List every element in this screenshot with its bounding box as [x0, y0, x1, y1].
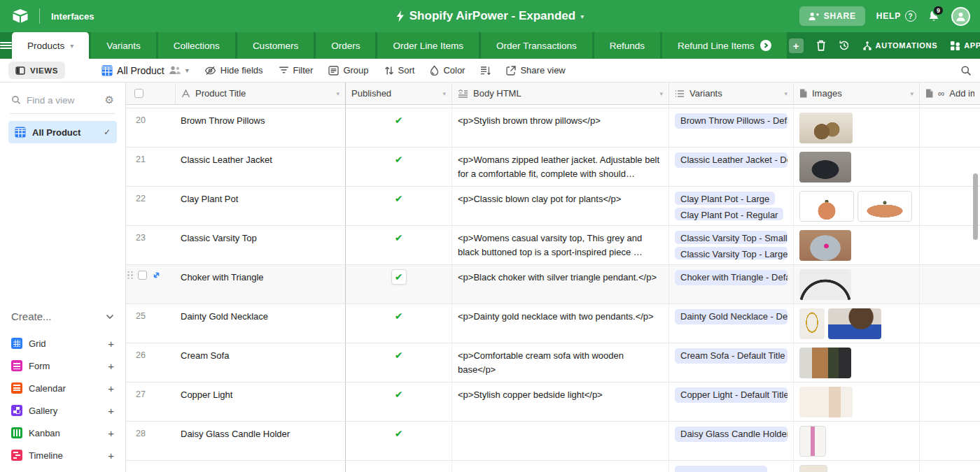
images-cell[interactable] — [793, 343, 919, 382]
linked-record-pill[interactable]: Clay Plant Pot - Large — [675, 192, 775, 205]
create-view-gallery[interactable]: Gallery+ — [8, 399, 117, 422]
tab-order-line-items[interactable]: Order Line Items — [377, 32, 479, 59]
linked-record-pill[interactable]: Dainty Gold Necklace - Defa — [675, 309, 788, 324]
filter-button[interactable]: Filter — [279, 65, 314, 76]
sort-button[interactable]: Sort — [384, 65, 415, 76]
published-cell[interactable] — [345, 461, 451, 472]
image-sliver[interactable] — [799, 465, 827, 472]
body-html-cell[interactable] — [451, 422, 668, 460]
published-cell[interactable]: ✔ — [345, 187, 451, 225]
hamburger-menu-icon[interactable] — [0, 32, 12, 59]
add-image-cell[interactable] — [919, 422, 980, 460]
clay-pot-tall-photo[interactable] — [799, 191, 854, 222]
brown-pillows-photo[interactable] — [799, 113, 853, 143]
gear-icon[interactable]: ⚙ — [105, 94, 114, 106]
tab-refunds[interactable]: Refunds — [594, 32, 660, 59]
product-title-cell[interactable] — [175, 105, 345, 108]
table-row[interactable]: 25Dainty Gold Necklace✔<p>Dainty gold ne… — [126, 304, 980, 343]
add-image-cell[interactable] — [919, 265, 980, 303]
variants-cell[interactable] — [668, 461, 793, 472]
column-header-variants[interactable]: Variants▾ — [668, 83, 793, 104]
tab-products[interactable]: Products▾ — [12, 32, 89, 59]
images-cell[interactable] — [793, 148, 919, 186]
airtable-logo-icon[interactable] — [10, 7, 31, 25]
published-cell[interactable]: ✔ — [345, 304, 451, 343]
product-title-cell[interactable]: Cream Sofa — [175, 343, 345, 382]
candle-holder-photo[interactable] — [799, 426, 826, 457]
linked-record-pill[interactable]: Classic Leather Jacket - De — [675, 152, 788, 168]
vertical-scrollbar[interactable] — [973, 173, 978, 240]
body-html-cell[interactable] — [451, 461, 668, 472]
table-row[interactable]: 26Cream Sofa✔<p>Comfortable cream sofa w… — [126, 343, 980, 382]
variants-cell[interactable]: Classic Varsity Top - SmallClassic Varsi… — [668, 226, 793, 264]
variants-cell[interactable]: Dainty Gold Necklace - Defa — [668, 304, 793, 343]
chevron-down-icon[interactable]: ▾ — [442, 90, 446, 97]
add-image-cell[interactable] — [919, 382, 980, 421]
group-button[interactable]: Group — [328, 65, 368, 76]
published-cell[interactable]: ✔ — [345, 265, 451, 303]
body-html-cell[interactable]: <p>Stylish copper bedside light</p> — [451, 382, 668, 421]
linked-record-pill[interactable]: Daisy Glass Candle Holder - — [675, 427, 788, 442]
views-toggle-button[interactable]: VIEWS — [8, 62, 65, 79]
add-table-button[interactable]: + — [789, 38, 804, 53]
tab-orders[interactable]: Orders — [316, 32, 375, 59]
product-title-cell[interactable]: Dainty Gold Necklace — [175, 304, 345, 343]
chevron-down-icon[interactable]: ▾ — [336, 90, 340, 97]
tab-variants[interactable]: Variants — [91, 32, 156, 59]
variants-cell[interactable]: Copper Light - Default Title — [668, 382, 793, 421]
linked-record-pill[interactable]: Brown Throw Pillows - Defa — [675, 113, 788, 129]
leather-jacket-photo[interactable] — [799, 152, 851, 183]
choker-photo[interactable] — [799, 269, 851, 300]
plus-icon[interactable]: + — [108, 338, 114, 350]
sidebar-view-all-product[interactable]: All Product ✓ — [8, 121, 117, 143]
variants-cell[interactable]: Choker with Triangle - Defa — [668, 265, 793, 303]
published-cell[interactable]: ✔ — [345, 422, 451, 460]
images-cell[interactable] — [793, 187, 919, 225]
linked-record-pill[interactable]: Classic Varsity Top - Small — [675, 231, 788, 244]
plus-icon[interactable]: + — [108, 427, 114, 439]
user-avatar[interactable] — [951, 7, 970, 26]
base-title-menu[interactable]: Shopify AirPower - Expanded ▾ — [396, 9, 584, 23]
published-cell[interactable]: ✔ — [345, 148, 451, 186]
published-cell[interactable]: ✔ — [345, 343, 451, 382]
add-image-cell[interactable] — [919, 105, 980, 108]
images-cell[interactable] — [793, 226, 919, 264]
apps-button[interactable]: APPS — [950, 41, 980, 51]
more-tabs-icon[interactable] — [760, 40, 771, 51]
add-image-cell[interactable] — [919, 304, 980, 343]
create-view-calendar[interactable]: Calendar+ — [8, 377, 117, 399]
search-button[interactable] — [960, 65, 972, 76]
linked-record-pill[interactable]: Copper Light - Default Title — [675, 387, 788, 403]
images-cell[interactable] — [793, 461, 919, 472]
tab-order-transactions[interactable]: Order Transactions — [481, 32, 592, 59]
product-title-cell[interactable]: Brown Throw Pillows — [175, 108, 345, 147]
variants-cell[interactable]: Classic Leather Jacket - De — [668, 148, 793, 186]
share-view-button[interactable]: Share view — [506, 65, 565, 76]
variants-cell[interactable]: Cream Sofa - Default Title — [668, 343, 793, 382]
plus-icon[interactable]: + — [108, 450, 114, 462]
images-cell[interactable] — [793, 105, 919, 108]
product-title-cell[interactable] — [175, 461, 345, 472]
help-button[interactable]: HELP ? — [876, 10, 916, 22]
create-view-form[interactable]: Form+ — [8, 355, 117, 377]
row-height-button[interactable] — [480, 66, 491, 76]
varsity-top-photo[interactable] — [799, 230, 851, 261]
find-view-input[interactable] — [27, 95, 99, 106]
tab-customers[interactable]: Customers — [237, 32, 314, 59]
variants-cell[interactable]: Daisy Glass Candle Holder - — [668, 422, 793, 460]
images-cell[interactable] — [793, 108, 919, 147]
linked-record-pill[interactable] — [675, 466, 767, 472]
published-cell[interactable]: ✔ — [345, 226, 451, 264]
product-title-cell[interactable]: Daisy Glass Candle Holder — [175, 422, 345, 460]
body-html-cell[interactable]: <p>Womens casual varsity top, This grey … — [451, 226, 668, 264]
product-title-cell[interactable]: Choker with Triangle — [175, 265, 345, 303]
create-view-grid[interactable]: Grid+ — [8, 332, 117, 355]
gold-necklace-photo[interactable] — [799, 308, 825, 339]
published-cell[interactable]: ✔ — [345, 108, 451, 147]
table-row[interactable] — [126, 461, 980, 472]
necklace-model-photo[interactable] — [828, 308, 881, 339]
body-html-cell[interactable]: <p>Womans zipped leather jacket. Adjusta… — [451, 148, 668, 186]
column-header-rownum[interactable] — [126, 83, 175, 104]
body-html-cell[interactable]: <p>Stylish brown throw pillows</p> — [451, 108, 668, 147]
add-image-cell[interactable] — [919, 187, 980, 225]
